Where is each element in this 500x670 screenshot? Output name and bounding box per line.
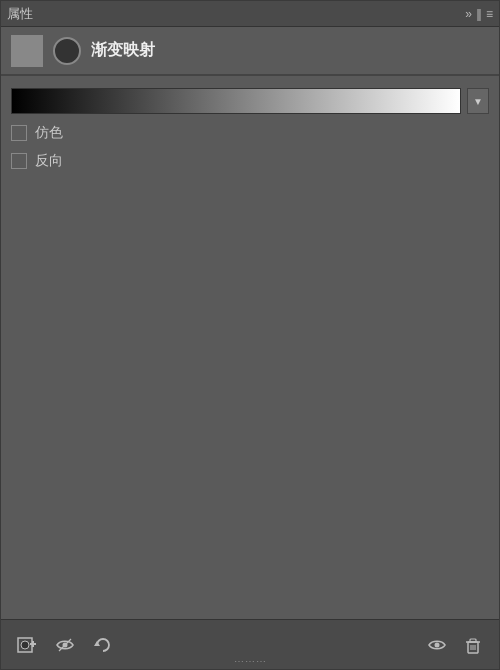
eye-right-svg <box>427 635 447 655</box>
footer-icons-left <box>13 631 117 659</box>
svg-rect-9 <box>470 639 476 642</box>
delete-icon[interactable] <box>459 631 487 659</box>
reset-svg <box>93 635 113 655</box>
panel-container: 属性 » ‖ ≡ 渐变映射 ▼ <box>0 0 500 670</box>
add-mask-icon[interactable] <box>13 631 41 659</box>
gradient-row: ▼ <box>11 88 489 114</box>
dither-label: 仿色 <box>35 124 63 142</box>
visibility-icon[interactable] <box>51 631 79 659</box>
reverse-label: 反向 <box>35 152 63 170</box>
layer-thumb-circle <box>53 37 81 65</box>
fast-forward-icon[interactable]: » <box>465 7 472 21</box>
svg-rect-3 <box>32 641 34 647</box>
reset-icon[interactable] <box>89 631 117 659</box>
properties-panel: 属性 » ‖ ≡ 渐变映射 ▼ <box>0 0 500 670</box>
reverse-checkbox[interactable] <box>11 153 27 169</box>
eye-right-icon[interactable] <box>423 631 451 659</box>
svg-point-1 <box>21 641 29 649</box>
drag-handle: ⋯⋯⋯ <box>234 656 267 667</box>
reverse-checkbox-row: 反向 <box>11 152 489 170</box>
dither-checkbox[interactable] <box>11 125 27 141</box>
content-spacer <box>11 180 489 607</box>
separator-icon: ‖ <box>476 7 482 21</box>
layer-thumb-square <box>11 35 43 67</box>
panel-header: 属性 » ‖ ≡ <box>1 1 499 27</box>
panel-footer: ⋯⋯⋯ <box>1 619 499 669</box>
panel-content: ▼ 仿色 反向 <box>1 76 499 619</box>
header-icons: » ‖ ≡ <box>465 7 493 21</box>
dither-checkbox-row: 仿色 <box>11 124 489 142</box>
layer-name-row: 渐变映射 <box>1 27 499 75</box>
footer-icons-right <box>423 631 487 659</box>
layer-name-text: 渐变映射 <box>91 40 155 61</box>
panel-title: 属性 <box>7 5 33 23</box>
svg-point-6 <box>435 642 440 647</box>
gradient-dropdown-button[interactable]: ▼ <box>467 88 489 114</box>
menu-icon[interactable]: ≡ <box>486 7 493 21</box>
trash-svg <box>463 635 483 655</box>
dropdown-arrow-icon: ▼ <box>473 96 483 107</box>
gradient-bar[interactable] <box>11 88 461 114</box>
svg-marker-5 <box>94 641 100 646</box>
mask-svg <box>17 635 37 655</box>
eye-svg <box>55 635 75 655</box>
